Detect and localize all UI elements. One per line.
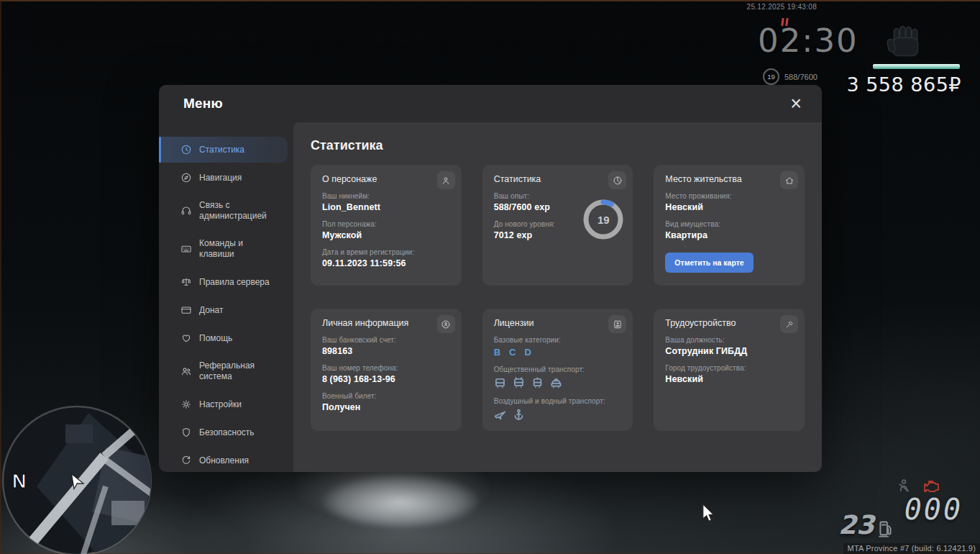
- level-progress-ring: 19: [583, 199, 623, 240]
- license-icon: [608, 315, 626, 333]
- sidebar-item-admin-contact[interactable]: Связь с администрацией: [159, 193, 288, 229]
- sidebar: Статистика Навигация Связь с администрац…: [159, 122, 293, 472]
- fist-icon: [886, 22, 926, 68]
- taxi-icon: [550, 377, 562, 389]
- bus-icon: [494, 377, 506, 389]
- license-categories: B C D: [494, 347, 622, 358]
- sidebar-item-updates[interactable]: Обновления: [159, 448, 288, 473]
- menu-header: Меню ×: [159, 85, 822, 122]
- close-button[interactable]: ×: [790, 94, 802, 114]
- level-number: 19: [583, 199, 623, 240]
- content-panel: Статистика О персонаже Ваш никнейм: Lion…: [293, 122, 822, 472]
- anchor-icon: [513, 409, 525, 421]
- trolleybus-icon: [513, 377, 525, 389]
- gear-icon: [180, 399, 192, 410]
- health-bar: [873, 64, 960, 69]
- sidebar-item-navigation[interactable]: Навигация: [159, 165, 288, 191]
- card-icon: [180, 304, 192, 316]
- datetime-label: 25.12.2025 19:43:08: [747, 3, 817, 11]
- fuel-speed-indicator: 23: [838, 512, 892, 538]
- headset-icon: [180, 205, 192, 217]
- level-exp-indicator: 19 588/7600: [763, 68, 818, 85]
- sidebar-item-referral[interactable]: Реферальная система: [159, 353, 288, 389]
- check-engine-icon: [923, 479, 940, 492]
- level-badge: 19: [763, 68, 779, 85]
- air-water-licenses: [494, 409, 622, 421]
- exp-label: 588/7600: [784, 73, 818, 81]
- watermark: MTA Province #7 (build: 6.12421.9): [843, 543, 980, 554]
- card-employment: Трудоустройство Ваша должность: Сотрудни…: [654, 309, 805, 431]
- vehicle-warning-icons: [897, 478, 940, 493]
- person-icon: [437, 171, 455, 189]
- sidebar-item-server-rules[interactable]: Правила сервера: [159, 269, 288, 295]
- work-icon: [780, 315, 798, 333]
- card-residence: Место жительства Место проживания: Невск…: [654, 165, 805, 286]
- game-clock: 02:30: [758, 22, 858, 60]
- card-statistics: Статистика Ваш опыт: 588/7600 exp До нов…: [482, 165, 633, 286]
- card-licenses: Лицензии Базовые категории: B C D Общест…: [482, 309, 633, 431]
- clock-icon: [180, 144, 192, 155]
- people-icon: [180, 365, 192, 377]
- compass-icon: [180, 172, 192, 183]
- card-character: О персонаже Ваш никнейм: Lion_Bennett По…: [311, 165, 462, 286]
- plane-icon: [494, 409, 506, 421]
- odometer: 000: [905, 493, 963, 526]
- sidebar-item-donate[interactable]: Донат: [159, 297, 288, 323]
- sidebar-item-security[interactable]: Безопасность: [159, 419, 288, 445]
- public-transport-licenses: [494, 377, 622, 389]
- compass-north-label: N: [12, 471, 27, 492]
- sidebar-item-settings[interactable]: Настройки: [159, 391, 288, 417]
- scales-icon: [180, 276, 192, 288]
- page-title: Статистика: [311, 138, 805, 153]
- mark-on-map-button[interactable]: Отметить на карте: [665, 253, 753, 273]
- fuel-pump-icon: [879, 519, 892, 538]
- sidebar-item-help[interactable]: Помощь: [159, 325, 288, 351]
- house-icon: [780, 171, 798, 189]
- heart-icon: [180, 332, 192, 344]
- keyboard-icon: [180, 243, 192, 255]
- id-card-icon: [437, 315, 455, 333]
- refresh-icon: [180, 455, 192, 466]
- fuel-value: 23: [838, 512, 874, 538]
- screen-frame-top: [0, 0, 980, 1]
- car-in-scene: [282, 462, 519, 554]
- seatbelt-icon: [897, 478, 912, 493]
- money-label: 3 558 865₽: [846, 73, 961, 96]
- sidebar-item-commands-keys[interactable]: Команды и клавиши: [159, 231, 288, 267]
- sidebar-item-statistics[interactable]: Статистика: [159, 137, 288, 163]
- menu-title: Меню: [183, 96, 223, 112]
- minimap: N: [0, 400, 157, 554]
- pie-chart-icon: [608, 171, 626, 189]
- card-personal-info: Личная информация Ваш банковский счет: 8…: [311, 309, 462, 431]
- menu-window: Меню × Статистика Навигация Связь с адми…: [159, 85, 822, 472]
- shield-icon: [180, 427, 192, 438]
- tram-icon: [531, 377, 544, 389]
- mouse-cursor: [702, 504, 715, 522]
